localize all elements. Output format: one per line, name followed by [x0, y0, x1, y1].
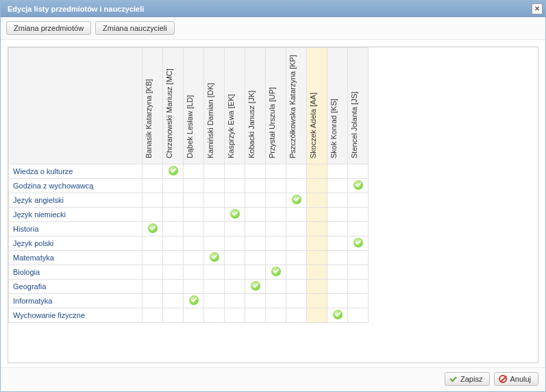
assignment-cell[interactable] — [163, 208, 184, 222]
assignment-cell[interactable] — [348, 208, 369, 222]
assignment-cell[interactable] — [204, 164, 225, 179]
cancel-button[interactable]: Anuluj — [494, 372, 538, 386]
assignment-cell[interactable] — [184, 265, 204, 280]
assignment-cell[interactable] — [204, 193, 225, 208]
assignment-cell[interactable] — [266, 280, 286, 294]
assignment-cell[interactable] — [163, 280, 184, 294]
assignment-cell[interactable] — [204, 236, 225, 251]
teacher-column-header[interactable]: Skoczek Adela [AA] — [307, 48, 327, 164]
assignment-cell[interactable] — [184, 208, 204, 222]
assignment-cell[interactable] — [225, 208, 245, 222]
assignment-cell[interactable] — [225, 164, 245, 179]
subject-label[interactable]: Wiedza o kulturze — [9, 164, 142, 179]
assignment-cell[interactable] — [142, 280, 163, 294]
assignment-cell[interactable] — [142, 193, 163, 208]
assignment-cell[interactable] — [307, 208, 327, 222]
assignment-cell[interactable] — [245, 236, 266, 251]
assignment-cell[interactable] — [163, 193, 184, 208]
assignment-cell[interactable] — [348, 308, 369, 323]
assignment-cell[interactable] — [225, 308, 245, 323]
assignment-cell[interactable] — [204, 308, 225, 323]
teacher-column-header[interactable]: Stencel Jolanta [JS] — [348, 48, 369, 164]
assignment-cell[interactable] — [266, 193, 286, 208]
assignment-cell[interactable] — [163, 251, 184, 265]
assignment-cell[interactable] — [225, 280, 245, 294]
assignment-cell[interactable] — [204, 280, 225, 294]
assignment-cell[interactable] — [307, 179, 327, 193]
assignment-cell[interactable] — [327, 265, 348, 280]
assignment-cell[interactable] — [225, 222, 245, 236]
assignment-cell[interactable] — [348, 280, 369, 294]
assignment-cell[interactable] — [245, 193, 266, 208]
assignment-cell[interactable] — [225, 193, 245, 208]
assignment-cell[interactable] — [225, 236, 245, 251]
assignment-cell[interactable] — [142, 308, 163, 323]
teacher-column-header[interactable]: Przystał Urszula [UP] — [266, 48, 286, 164]
change-subjects-button[interactable]: Zmiana przedmiotów — [6, 21, 91, 35]
assignment-cell[interactable] — [245, 294, 266, 308]
assignment-cell[interactable] — [142, 208, 163, 222]
assignment-cell[interactable] — [184, 236, 204, 251]
assignment-cell[interactable] — [184, 308, 204, 323]
assignment-cell[interactable] — [266, 222, 286, 236]
assignment-cell[interactable] — [204, 251, 225, 265]
assignment-cell[interactable] — [204, 294, 225, 308]
assignment-cell[interactable] — [204, 208, 225, 222]
assignment-cell[interactable] — [142, 265, 163, 280]
assignment-cell[interactable] — [286, 308, 307, 323]
assignment-cell[interactable] — [327, 280, 348, 294]
subject-label[interactable]: Wychowanie fizyczne — [9, 308, 142, 323]
subject-label[interactable]: Biologia — [9, 265, 142, 280]
assignment-cell[interactable] — [245, 280, 266, 294]
teacher-column-header[interactable]: Skok Konrad [KS] — [327, 48, 348, 164]
assignment-cell[interactable] — [245, 208, 266, 222]
assignment-cell[interactable] — [286, 222, 307, 236]
change-teachers-button[interactable]: Zmiana nauczycieli — [95, 21, 175, 35]
assignment-cell[interactable] — [245, 164, 266, 179]
assignment-cell[interactable] — [327, 308, 348, 323]
assignment-cell[interactable] — [142, 164, 163, 179]
subject-label[interactable]: Język niemiecki — [9, 208, 142, 222]
assignment-cell[interactable] — [245, 222, 266, 236]
subject-label[interactable]: Geografia — [9, 280, 142, 294]
assignment-cell[interactable] — [307, 308, 327, 323]
assignment-cell[interactable] — [142, 294, 163, 308]
assignment-cell[interactable] — [307, 236, 327, 251]
assignment-cell[interactable] — [245, 265, 266, 280]
assignment-cell[interactable] — [225, 265, 245, 280]
save-button[interactable]: Zapisz — [445, 372, 490, 386]
assignment-cell[interactable] — [163, 222, 184, 236]
assignment-cell[interactable] — [286, 236, 307, 251]
assignment-cell[interactable] — [307, 222, 327, 236]
assignment-cell[interactable] — [348, 265, 369, 280]
assignment-cell[interactable] — [163, 265, 184, 280]
assignment-cell[interactable] — [142, 179, 163, 193]
assignment-cell[interactable] — [163, 308, 184, 323]
assignment-cell[interactable] — [307, 251, 327, 265]
assignment-cell[interactable] — [307, 265, 327, 280]
assignment-cell[interactable] — [348, 222, 369, 236]
assignment-cell[interactable] — [307, 164, 327, 179]
assignment-cell[interactable] — [184, 179, 204, 193]
assignment-cell[interactable] — [286, 208, 307, 222]
assignment-cell[interactable] — [245, 179, 266, 193]
subject-label[interactable]: Matematyka — [9, 251, 142, 265]
assignment-cell[interactable] — [204, 265, 225, 280]
assignment-cell[interactable] — [348, 179, 369, 193]
assignment-cell[interactable] — [225, 251, 245, 265]
assignment-cell[interactable] — [327, 222, 348, 236]
assignment-cell[interactable] — [225, 294, 245, 308]
assignment-cell[interactable] — [142, 222, 163, 236]
assignment-cell[interactable] — [225, 179, 245, 193]
subject-label[interactable]: Informatyka — [9, 294, 142, 308]
assignment-cell[interactable] — [327, 179, 348, 193]
assignment-cell[interactable] — [327, 294, 348, 308]
assignment-cell[interactable] — [266, 208, 286, 222]
assignment-cell[interactable] — [327, 236, 348, 251]
assignment-cell[interactable] — [286, 280, 307, 294]
assignment-cell[interactable] — [245, 308, 266, 323]
subject-label[interactable]: Historia — [9, 222, 142, 236]
assignment-cell[interactable] — [163, 236, 184, 251]
assignment-cell[interactable] — [327, 164, 348, 179]
assignment-cell[interactable] — [266, 294, 286, 308]
